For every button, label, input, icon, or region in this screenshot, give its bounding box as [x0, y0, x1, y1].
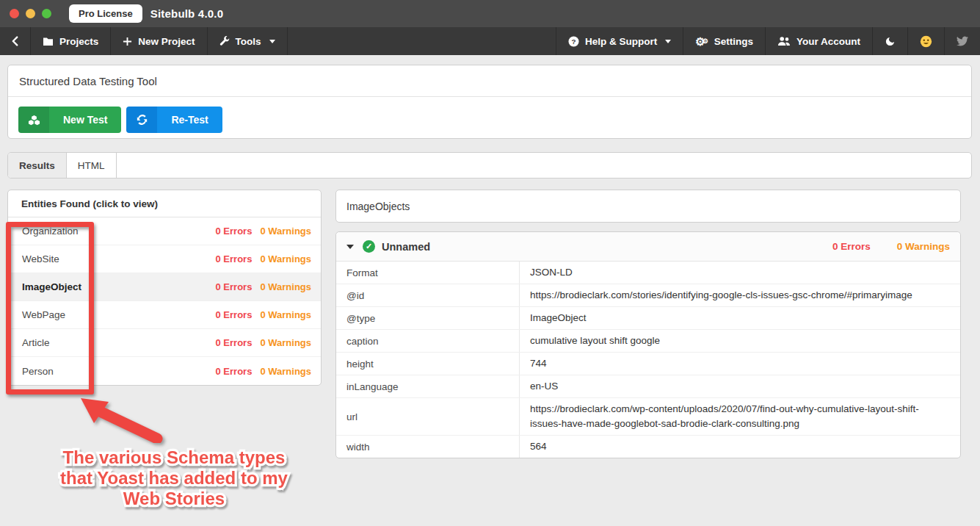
entity-errors-count: 0 Errors [216, 281, 253, 292]
property-row: Format JSON-LD [336, 262, 960, 284]
svg-text:?: ? [571, 37, 576, 45]
detail-warnings-count: 0 Warnings [897, 241, 950, 252]
nav-item-new-project[interactable]: New Project [111, 27, 207, 55]
wrench-icon [219, 36, 230, 46]
nav-item-tools[interactable]: Tools [208, 27, 288, 55]
entity-warnings-count: 0 Warnings [260, 309, 311, 320]
button-label: New Test [49, 107, 121, 133]
window-close-button[interactable] [10, 9, 19, 18]
window-zoom-button[interactable] [42, 9, 51, 18]
check-circle-icon [363, 240, 375, 253]
annotation-line-1: The various Schema types [63, 447, 286, 467]
nav-item-projects[interactable]: Projects [31, 27, 111, 55]
nav-item-label: Tools [236, 36, 261, 47]
entity-errors-count: 0 Errors [216, 309, 253, 320]
cubes-icon [18, 107, 49, 133]
tab-bar: Results HTML [7, 152, 972, 179]
twitter-icon [957, 36, 968, 46]
nav-item-settings[interactable]: ⚙︎⚙︎ Settings [683, 27, 765, 55]
toolbar-actions: New Test Re-Test [8, 97, 971, 133]
entities-panel-header: Entities Found (click to view) [8, 190, 321, 217]
detail-title-card: ImageObjects [335, 190, 961, 223]
entity-detail-header[interactable]: Unnamed 0 Errors 0 Warnings [336, 232, 960, 262]
entity-row-website[interactable]: WebSite 0 Errors 0 Warnings [8, 245, 321, 273]
property-key: @id [336, 284, 520, 306]
app-window: Pro License Sitebulb 4.0.0 Projects New … [0, 0, 980, 526]
entity-errors-count: 0 Errors [216, 366, 253, 377]
property-value: ImageObject [520, 307, 960, 329]
entity-errors-count: 0 Errors [216, 226, 253, 237]
entity-warnings-count: 0 Warnings [260, 337, 311, 348]
tab-results[interactable]: Results [8, 153, 67, 178]
property-value: https://brodieclark.com/stories/identify… [520, 284, 960, 306]
annotation-text: The various Schema types that Yoast has … [38, 443, 310, 516]
nav-item-label: Help & Support [585, 36, 657, 47]
caret-down-icon [346, 245, 354, 249]
entity-errors-count: 0 Errors [216, 337, 253, 348]
property-row: inLanguage en-US [336, 375, 960, 398]
annotation-line-2: that Yoast has added to my [60, 468, 288, 488]
nav-left-group: Projects New Project Tools [31, 27, 288, 55]
nav-item-label: Projects [59, 36, 98, 47]
property-row: url https://brodieclark.com/wp-content/u… [336, 398, 960, 436]
window-controls [10, 9, 51, 18]
tab-label: HTML [78, 160, 105, 171]
entity-name: Person [22, 366, 54, 377]
property-key: inLanguage [336, 375, 520, 397]
nav-icon-button-moon[interactable] [872, 27, 907, 55]
property-value: cumulative layout shift google [520, 330, 960, 352]
nav-icon-button-smiley[interactable] [907, 27, 944, 55]
entities-list: Organization 0 Errors 0 Warnings WebSite… [8, 217, 321, 385]
entity-detail-name: Unnamed [382, 241, 430, 253]
toolbar-button-re-test[interactable]: Re-Test [126, 107, 222, 133]
entity-name: WebPage [22, 309, 65, 320]
chevron-left-icon [12, 36, 18, 46]
entity-warnings-count: 0 Warnings [260, 281, 311, 292]
moon-icon [885, 36, 896, 47]
property-key: height [336, 353, 520, 375]
property-row: height 744 [336, 353, 960, 375]
sync-icon [126, 107, 157, 133]
folder-icon [43, 37, 54, 46]
nav-item-label: Your Account [796, 36, 860, 47]
entity-warnings-count: 0 Warnings [260, 253, 311, 264]
detail-title: ImageObjects [346, 201, 410, 212]
nav-item-your-account[interactable]: Your Account [765, 27, 872, 55]
window-minimize-button[interactable] [26, 9, 35, 18]
entity-row-organization[interactable]: Organization 0 Errors 0 Warnings [8, 217, 321, 245]
property-row: @id https://brodieclark.com/stories/iden… [336, 284, 960, 307]
entity-row-article[interactable]: Article 0 Errors 0 Warnings [8, 329, 321, 357]
back-button[interactable] [0, 27, 31, 55]
property-key: url [336, 398, 520, 435]
property-key: width [336, 436, 520, 458]
app-title: Sitebulb 4.0.0 [150, 7, 224, 20]
entity-row-imageobject[interactable]: ImageObject 0 Errors 0 Warnings [8, 273, 321, 301]
detail-errors-count: 0 Errors [832, 241, 871, 252]
entity-warnings-count: 0 Warnings [260, 226, 311, 237]
properties-table: Format JSON-LD @id https://brodieclark.c… [336, 262, 960, 458]
users-icon [777, 36, 791, 46]
entity-warnings-count: 0 Warnings [260, 366, 311, 377]
entity-row-webpage[interactable]: WebPage 0 Errors 0 Warnings [8, 301, 321, 329]
entities-panel: Entities Found (click to view) Organizat… [7, 190, 322, 386]
nav-right-group: ? Help & Support ⚙︎⚙︎ Settings Your Acco… [556, 27, 980, 55]
nav-item-help-support[interactable]: ? Help & Support [556, 27, 683, 55]
titlebar: Pro License Sitebulb 4.0.0 [0, 0, 980, 27]
property-value: 564 [520, 436, 960, 458]
property-key: Format [336, 262, 520, 284]
smiley-icon [920, 35, 932, 48]
nav-item-label: Settings [714, 36, 753, 47]
property-key: @type [336, 307, 520, 329]
caret-down-icon [269, 40, 275, 43]
nav-icon-button-twitter[interactable] [944, 27, 980, 55]
toolbar-button-new-test[interactable]: New Test [18, 107, 121, 133]
plus-icon [123, 37, 132, 46]
gears-icon: ⚙︎⚙︎ [695, 36, 708, 47]
property-value: JSON-LD [520, 262, 960, 284]
tab-html[interactable]: HTML [67, 153, 117, 178]
property-row: caption cumulative layout shift google [336, 330, 960, 353]
property-value: 744 [520, 353, 960, 375]
property-key: caption [336, 330, 520, 352]
annotation-line-3: Web Stories [123, 489, 225, 508]
entity-row-person[interactable]: Person 0 Errors 0 Warnings [8, 357, 321, 385]
